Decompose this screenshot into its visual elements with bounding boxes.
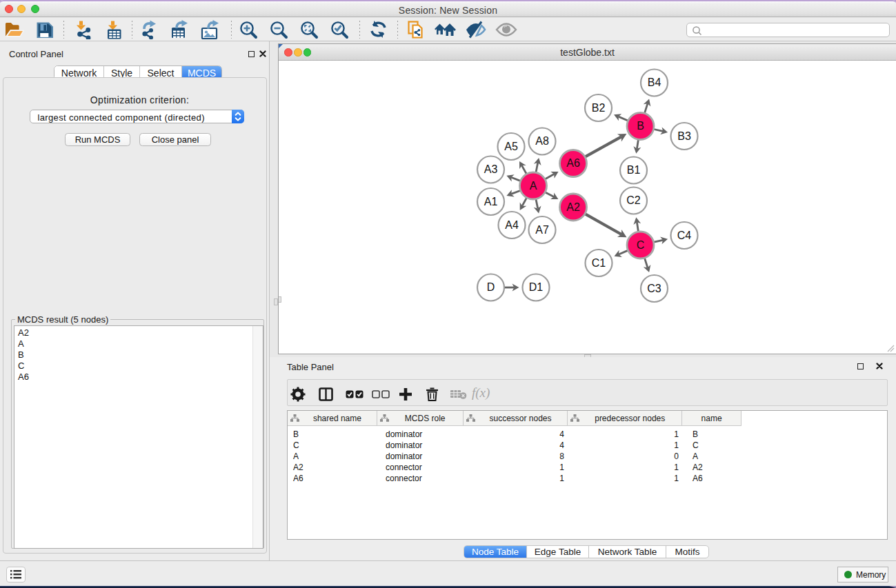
svg-text:B4: B4 [648,77,661,88]
svg-text:C3: C3 [647,283,661,294]
svg-text:C2: C2 [626,194,641,206]
svg-text:A5: A5 [504,141,518,152]
svg-text:B3: B3 [677,130,691,142]
svg-text:A6: A6 [566,157,580,169]
svg-text:C: C [637,239,645,251]
svg-text:A4: A4 [505,219,519,231]
svg-text:D1: D1 [529,281,544,293]
svg-text:D: D [487,281,495,293]
svg-text:A2: A2 [566,201,580,213]
svg-text:A3: A3 [484,163,498,175]
svg-text:A7: A7 [535,224,549,236]
svg-text:A8: A8 [535,135,549,147]
svg-text:C4: C4 [677,230,692,241]
svg-text:A1: A1 [484,196,498,207]
svg-text:B2: B2 [592,102,606,114]
svg-text:B1: B1 [627,164,641,176]
svg-text:C1: C1 [592,257,606,269]
svg-text:B: B [637,120,644,132]
svg-text:A: A [530,180,537,192]
